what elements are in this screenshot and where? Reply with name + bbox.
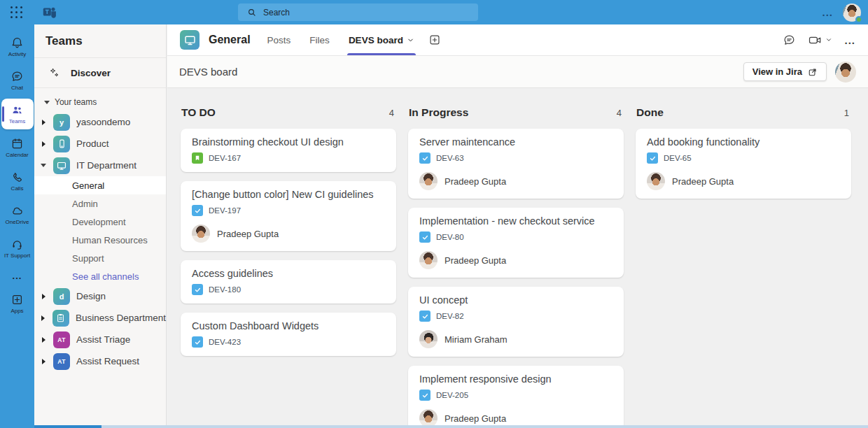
team-avatar: y (53, 114, 70, 131)
external-link-icon (808, 67, 818, 77)
tab-posts[interactable]: Posts (267, 24, 291, 55)
sidebar-team-it-department[interactable]: IT Department (34, 155, 166, 176)
assignee-avatar (647, 172, 665, 190)
scrollbar-thumb[interactable] (34, 425, 102, 428)
team-avatar: d (53, 288, 70, 305)
task-icon (192, 284, 203, 295)
rail-item-teams[interactable]: Teams (1, 99, 34, 129)
tab-devs-board[interactable]: DEVS board (349, 24, 414, 55)
rail-more-icon[interactable]: ... (13, 271, 22, 281)
sidebar-team-yasoondemo[interactable]: y yasoondemo (34, 111, 166, 133)
profile-avatar[interactable] (843, 3, 861, 22)
sidebar-channel-development[interactable]: Development (34, 213, 166, 231)
channel-chat-button[interactable] (783, 34, 796, 47)
board-title: DEVS board (179, 66, 237, 78)
kanban-board: TO DO 4 Brainstorming checkout UI design… (167, 89, 868, 425)
task-icon (419, 311, 430, 322)
issue-card[interactable]: [Change button color] New CI guidelines … (181, 181, 396, 251)
assignee-avatar (419, 172, 438, 190)
issue-card[interactable]: Add booking functionality DEV-65 Pradeep… (636, 129, 851, 199)
channel-monitor-icon (180, 30, 200, 50)
sidebar-channel-general[interactable]: General (34, 176, 166, 194)
search-placeholder: Search (263, 8, 290, 17)
sidebar-team-business-department[interactable]: Business Department (34, 307, 166, 329)
rail-item-calls[interactable]: Calls (1, 166, 34, 197)
issue-card[interactable]: Implement responsive design DEV-205 Prad… (408, 366, 624, 425)
column-count: 4 (617, 108, 622, 118)
chevron-right-icon (42, 337, 46, 343)
sidebar-team-assist-triage[interactable]: AT Assist Triage (34, 329, 166, 350)
your-teams-header[interactable]: Your teams (34, 88, 166, 111)
rail-item-activity[interactable]: Activity (1, 31, 34, 62)
issue-card[interactable]: Brainstorming checkout UI design DEV-167 (181, 129, 396, 172)
bell-icon (10, 36, 24, 50)
sidebar-team-design[interactable]: d Design (34, 285, 166, 307)
sidebar-team-product[interactable]: Product (34, 133, 166, 155)
sidebar-channel-support[interactable]: Support (34, 249, 166, 267)
chevron-down-icon (44, 101, 50, 104)
teams-sidebar: Teams Discover Your teams y yasoondemo P… (34, 24, 167, 428)
search-icon (247, 8, 257, 17)
search-input[interactable]: Search (238, 3, 478, 21)
teams-logo-icon (41, 4, 58, 21)
main-area: General Posts Files DEVS board ... DEVS … (167, 24, 868, 428)
tab-files[interactable]: Files (309, 24, 330, 55)
column-in-progress: In Progress 4 Server maintencance DEV-63… (408, 106, 624, 425)
assignee-avatar (192, 224, 210, 243)
issue-card[interactable]: Custom Dashboard Widgets DEV-423 (181, 313, 396, 356)
task-icon (419, 152, 430, 164)
assignee-avatar (419, 251, 438, 269)
task-icon (419, 390, 430, 401)
assignee-avatar (419, 330, 438, 348)
chevron-right-icon (42, 120, 46, 125)
sidebar-team-assist-request[interactable]: AT Assist Request (34, 350, 166, 372)
sidebar-channel-human-resources[interactable]: Human Resources (34, 231, 166, 249)
calendar-icon (10, 137, 24, 150)
view-in-jira-button[interactable]: View in Jira (743, 62, 827, 81)
chevron-right-icon (41, 315, 45, 321)
presence-dot (855, 16, 862, 23)
sidebar-title: Teams (34, 24, 166, 58)
story-icon (192, 152, 203, 164)
task-icon (419, 231, 430, 243)
column-name: TO DO (181, 106, 216, 119)
rail-item-onedrive[interactable]: OneDrive (1, 199, 34, 230)
clipboard-team-icon (52, 310, 69, 327)
rail-item-calendar[interactable]: Calendar (1, 132, 34, 163)
rail-item-it-support[interactable]: IT Support (1, 233, 34, 264)
add-tab-button[interactable] (428, 34, 441, 46)
sidebar-channel-admin[interactable]: Admin (34, 194, 166, 213)
discover-button[interactable]: Discover (34, 58, 166, 88)
task-icon (192, 336, 203, 348)
board-subheader: DEVS board View in Jira (167, 56, 868, 88)
channel-header: General Posts Files DEVS board ... (167, 24, 868, 56)
chevron-down-icon (825, 36, 832, 43)
phone-team-icon (53, 136, 70, 152)
column-done: Done 1 Add booking functionality DEV-65 … (636, 106, 851, 425)
rail-item-chat[interactable]: Chat (1, 65, 34, 96)
sparkle-icon (49, 67, 60, 78)
chevron-right-icon (42, 359, 46, 364)
assignee-avatar (419, 409, 438, 425)
team-avatar: AT (53, 331, 70, 348)
topbar-more-icon[interactable]: ... (822, 6, 833, 18)
issue-card[interactable]: Server maintencance DEV-63 Pradeep Gupta (408, 129, 624, 199)
plus-square-icon (428, 34, 441, 46)
channel-name: General (209, 34, 251, 46)
meet-button[interactable] (808, 34, 832, 47)
horizontal-scrollbar[interactable] (34, 425, 868, 428)
app-launcher-icon[interactable] (10, 6, 23, 19)
see-all-channels-link[interactable]: See all channels (34, 267, 166, 285)
issue-card[interactable]: UI concept DEV-82 Miriam Graham (408, 287, 624, 357)
top-bar: Search ... (0, 0, 868, 24)
video-camera-icon (808, 34, 822, 47)
rail-item-apps[interactable]: Apps (1, 288, 34, 319)
teams-people-icon (10, 104, 24, 117)
board-user-avatar[interactable] (835, 62, 856, 83)
task-icon (647, 152, 658, 164)
team-avatar: AT (53, 353, 70, 370)
monitor-team-icon (53, 157, 70, 174)
issue-card[interactable]: Implementation - new checkout service DE… (408, 208, 624, 278)
issue-card[interactable]: Access guidelines DEV-180 (181, 260, 396, 304)
channel-more-icon[interactable]: ... (844, 34, 855, 46)
